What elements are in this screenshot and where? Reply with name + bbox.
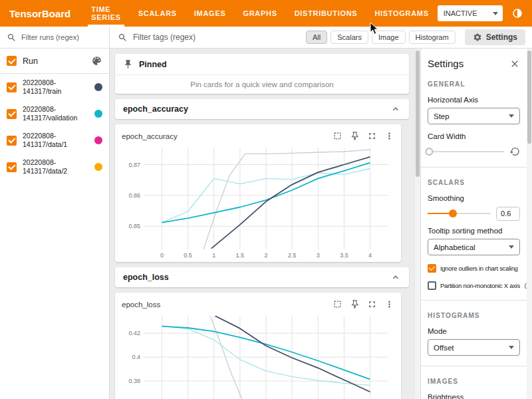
theme-toggle-icon[interactable] — [511, 7, 523, 19]
close-icon[interactable] — [509, 59, 520, 69]
tooltip-sorting-label: Tooltip sorting method — [428, 227, 520, 235]
filter-chip-all[interactable]: All — [306, 31, 327, 44]
tab-distributions[interactable]: DISTRIBUTIONS — [286, 0, 366, 27]
section-header-epoch-loss[interactable]: epoch_loss — [115, 267, 409, 287]
settings-scrollbar[interactable] — [527, 49, 532, 399]
filter-chip-scalars[interactable]: Scalars — [331, 31, 368, 44]
mouse-cursor — [370, 22, 379, 38]
checkbox-label: Ignore outliers in chart scaling — [440, 265, 518, 272]
collapse-icon[interactable] — [390, 104, 401, 114]
app-logo[interactable]: TensorBoard — [0, 8, 82, 19]
more-options-icon[interactable] — [384, 131, 394, 141]
tag-chips: AllScalarsImageHistogram — [306, 31, 456, 44]
search-icon — [7, 33, 17, 43]
pinned-header: Pinned — [115, 54, 409, 75]
scalars-section-label: SCALARS — [428, 179, 520, 186]
run-list: 20220808- 141317/train20220808- 141317/v… — [0, 74, 109, 180]
reset-icon[interactable] — [509, 146, 520, 157]
svg-text:0.42: 0.42 — [128, 330, 140, 336]
run-column-label: Run — [23, 57, 85, 66]
fullscreen-icon[interactable] — [367, 131, 377, 141]
epoch-loss-chart[interactable]: 00.511.522.533.540.360.380.40.42 — [120, 312, 396, 399]
divider — [421, 366, 527, 366]
run-checkbox[interactable] — [7, 109, 17, 119]
collapse-icon[interactable] — [390, 272, 401, 283]
run-name: 20220808- 141317/validation — [23, 105, 88, 122]
filter-chip-histogram[interactable]: Histogram — [409, 31, 456, 44]
mode-label: Mode — [428, 327, 520, 335]
chart-title: epoch_loss — [122, 301, 332, 309]
tooltip-sorting-value: Alphabetical — [434, 243, 475, 251]
horizontal-axis-value: Step — [434, 112, 450, 120]
fit-to-data-icon[interactable] — [332, 299, 342, 309]
fullscreen-icon[interactable] — [367, 299, 377, 309]
runs-filter-input[interactable] — [21, 33, 102, 41]
settings-button[interactable]: Settings — [465, 29, 525, 45]
cards-area: Pinned Pin cards for a quick view and co… — [110, 49, 420, 399]
ignore-outliers-row[interactable]: Ignore outliers in chart scaling — [428, 264, 520, 273]
chevron-down-icon — [493, 12, 498, 15]
palette-icon[interactable] — [91, 55, 102, 66]
slider-thumb[interactable] — [449, 209, 457, 217]
smoothing-slider[interactable] — [428, 209, 491, 218]
select-all-runs-checkbox[interactable] — [7, 56, 17, 66]
tab-scalars[interactable]: SCALARS — [130, 0, 186, 27]
search-icon — [118, 33, 128, 43]
run-checkbox[interactable] — [7, 162, 17, 172]
chart-card-epoch-accuracy: epoch_accuracy 00.511.522.533.540.850.86… — [115, 124, 401, 262]
slider-thumb[interactable] — [425, 148, 433, 156]
svg-text:0.5: 0.5 — [184, 252, 192, 259]
tooltip-sorting-select[interactable]: Alphabetical — [428, 239, 520, 255]
pin-card-icon[interactable] — [350, 131, 360, 141]
main-scrollbar[interactable] — [414, 49, 420, 399]
status-select-value: INACTIVE — [444, 9, 477, 17]
pinned-card: Pinned Pin cards for a quick view and co… — [115, 54, 409, 94]
section-title: epoch_accuracy — [123, 104, 188, 114]
scrollbar-thumb[interactable] — [416, 51, 420, 177]
run-row[interactable]: 20220808- 141317/data/1 — [0, 127, 109, 154]
svg-text:0.85: 0.85 — [128, 223, 140, 229]
tab-images[interactable]: IMAGES — [186, 0, 235, 27]
general-section-label: GENERAL — [428, 80, 520, 88]
fit-to-data-icon[interactable] — [332, 131, 342, 141]
run-checkbox[interactable] — [7, 82, 17, 92]
run-color-dot — [94, 110, 102, 118]
svg-text:2.5: 2.5 — [288, 252, 297, 259]
brightness-label: Brightness — [428, 393, 520, 399]
section-title: epoch_loss — [123, 273, 169, 282]
status-select[interactable]: INACTIVE — [438, 5, 503, 21]
run-name: 20220808- 141317/data/2 — [23, 158, 88, 176]
run-row[interactable]: 20220808- 141317/data/2 — [0, 154, 109, 180]
tags-toolbar: AllScalarsImageHistogram Settings — [110, 27, 532, 49]
chevron-down-icon — [509, 346, 514, 349]
svg-text:0.4: 0.4 — [132, 354, 140, 360]
section-header-epoch-accuracy[interactable]: epoch_accuracy — [115, 99, 409, 119]
epoch-accuracy-chart[interactable]: 00.511.522.533.540.850.860.87 — [120, 144, 396, 260]
partition-x-axis-row[interactable]: Partition non-monotonic X axis — [428, 281, 520, 290]
card-width-slider[interactable] — [428, 147, 504, 156]
pinned-title: Pinned — [139, 60, 167, 69]
pin-card-icon[interactable] — [350, 299, 360, 309]
run-name: 20220808- 141317/train — [23, 78, 88, 96]
histograms-section-label: HISTOGRAMS — [428, 312, 520, 319]
more-options-icon[interactable] — [384, 299, 394, 309]
ignore-outliers-checkbox[interactable] — [428, 264, 436, 273]
run-color-dot — [94, 163, 102, 171]
histogram-mode-value: Offset — [434, 344, 454, 352]
run-row[interactable]: 20220808- 141317/validation — [0, 100, 109, 127]
scrollbar-thumb[interactable] — [527, 51, 531, 144]
run-row[interactable]: 20220808- 141317/train — [0, 74, 109, 100]
partition-x-axis-checkbox[interactable] — [428, 281, 436, 290]
svg-text:4: 4 — [368, 252, 372, 259]
tags-filter-input[interactable] — [133, 33, 306, 42]
pinned-empty-message: Pin cards for a quick view and compariso… — [115, 75, 409, 94]
smoothing-input[interactable] — [496, 207, 520, 221]
run-color-dot — [94, 136, 102, 144]
horizontal-axis-select[interactable]: Step — [428, 108, 520, 124]
histogram-mode-select[interactable]: Offset — [428, 339, 520, 356]
tab-graphs[interactable]: GRAPHS — [234, 0, 285, 27]
settings-button-label: Settings — [486, 33, 517, 42]
tab-time-series[interactable]: TIME SERIES — [82, 0, 130, 27]
svg-text:3: 3 — [317, 252, 320, 259]
run-checkbox[interactable] — [7, 136, 17, 146]
